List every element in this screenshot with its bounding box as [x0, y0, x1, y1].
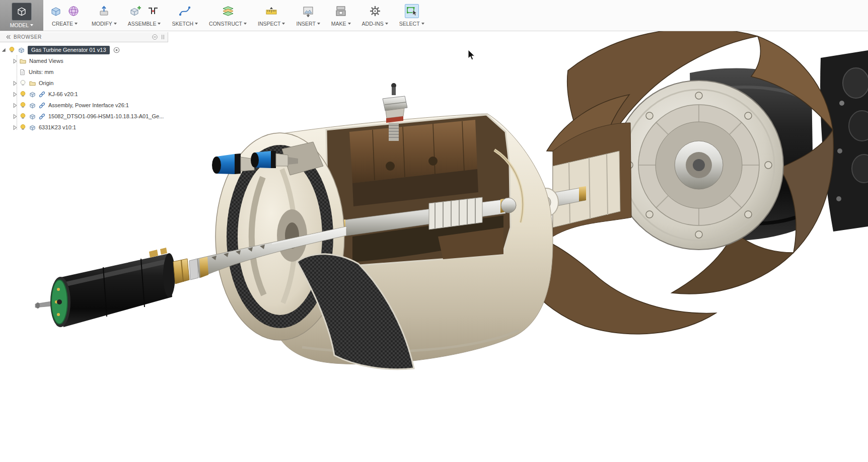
- tree-item-label[interactable]: KJ-66 v20:1: [48, 91, 78, 97]
- chevron-down-icon: [317, 23, 320, 25]
- toolbar: MODEL CREATE MODIFY AS: [0, 0, 868, 31]
- tree-item-label[interactable]: Named Views: [29, 58, 63, 64]
- link-icon: [38, 101, 46, 109]
- visibility-bulb-icon[interactable]: [19, 112, 27, 120]
- tree-item-origin[interactable]: Origin: [0, 78, 168, 89]
- toolbar-group-sketch[interactable]: SKETCH: [166, 0, 203, 31]
- expand-open-icon[interactable]: [0, 46, 8, 54]
- make-label: MAKE: [331, 21, 346, 27]
- tree-item-named-views[interactable]: Named Views: [0, 55, 168, 66]
- chevron-down-icon: [282, 23, 285, 25]
- visibility-bulb-icon[interactable]: [19, 123, 27, 131]
- root-component-label[interactable]: Gas Turbine Generator 01 v13: [28, 46, 110, 54]
- chevron-down-icon: [114, 23, 117, 25]
- tree-item-label[interactable]: 6331K23 v10:1: [39, 124, 76, 130]
- folder-icon: [28, 79, 36, 87]
- tree-item-label[interactable]: Origin: [39, 80, 53, 86]
- construct-label: CONSTRUCT: [209, 21, 242, 27]
- browser-header: BROWSER: [0, 32, 168, 42]
- measure-icon[interactable]: [264, 4, 278, 18]
- link-icon: [38, 112, 46, 120]
- chevron-down-icon: [75, 23, 78, 25]
- workspace-label: MODEL: [10, 22, 29, 28]
- model-workspace-icon: [12, 3, 32, 21]
- new-component-icon[interactable]: [128, 4, 142, 18]
- link-icon: [38, 90, 46, 98]
- component-icon: [28, 112, 36, 120]
- chevron-down-icon: [385, 23, 388, 25]
- toolbar-group-construct[interactable]: CONSTRUCT: [203, 0, 252, 31]
- tree-item-6331k23[interactable]: 6331K23 v10:1: [0, 122, 168, 133]
- expand-collapsed-icon[interactable]: [11, 80, 19, 87]
- sketch-label: SKETCH: [172, 21, 193, 27]
- toolbar-group-inspect[interactable]: INSPECT: [252, 0, 291, 31]
- browser-title: BROWSER: [14, 34, 149, 40]
- insert-label: INSERT: [296, 21, 315, 27]
- chevron-down-icon: [195, 23, 198, 25]
- component-icon: [28, 90, 36, 98]
- expand-collapsed-icon[interactable]: [11, 91, 19, 98]
- make-3dprint-icon[interactable]: [334, 4, 348, 18]
- visibility-bulb-icon[interactable]: [19, 90, 27, 98]
- inspect-label: INSPECT: [258, 21, 281, 27]
- visibility-bulb-off-icon[interactable]: [19, 79, 27, 87]
- browser-tree: Gas Turbine Generator 01 v13 Named Views…: [0, 42, 168, 133]
- tree-item-kj66[interactable]: KJ-66 v20:1: [0, 89, 168, 100]
- bearing-flange[interactable]: [614, 81, 783, 250]
- addins-label: ADD-INS: [362, 21, 384, 27]
- chevron-down-icon: [30, 24, 33, 26]
- toolbar-group-addins[interactable]: ADD-INS: [356, 0, 394, 31]
- select-label: SELECT: [399, 21, 420, 27]
- tree-guide-line: [17, 55, 17, 130]
- press-pull-icon[interactable]: [97, 4, 111, 18]
- toolbar-group-create[interactable]: CREATE: [43, 0, 86, 31]
- panel-grip-icon[interactable]: [161, 34, 165, 40]
- create-box-icon[interactable]: [49, 4, 63, 18]
- display-settings-icon[interactable]: [152, 34, 158, 40]
- component-icon: [28, 123, 36, 131]
- expand-collapsed-icon[interactable]: [11, 57, 19, 65]
- tree-item-label[interactable]: Units: mm: [29, 69, 54, 75]
- chevron-down-icon: [244, 23, 247, 25]
- toolbar-group-insert[interactable]: INSERT: [291, 0, 325, 31]
- browser-panel: BROWSER Gas Turbine Generator 01 v13: [0, 32, 168, 133]
- tree-item-label[interactable]: Assembly, Power Interface v26:1: [48, 102, 129, 108]
- expand-collapsed-icon[interactable]: [11, 124, 19, 131]
- component-icon: [28, 101, 36, 109]
- tree-item-power-interface[interactable]: Assembly, Power Interface v26:1: [0, 100, 168, 111]
- assemble-label: ASSEMBLE: [128, 21, 157, 27]
- tree-item-label[interactable]: 15082_DTSO1-096-HSM1-10.18.13-A01_Ge...: [48, 113, 164, 119]
- expand-collapsed-icon[interactable]: [11, 113, 19, 120]
- create-form-sphere-icon[interactable]: [66, 4, 81, 18]
- toolbar-group-select[interactable]: SELECT: [394, 0, 430, 31]
- insert-canvas-icon[interactable]: [301, 4, 315, 18]
- chevron-down-icon: [348, 23, 351, 25]
- visibility-bulb-icon[interactable]: [19, 101, 27, 109]
- tree-item-root[interactable]: Gas Turbine Generator 01 v13: [0, 44, 168, 55]
- modify-label: MODIFY: [92, 21, 112, 27]
- component-icon: [17, 46, 25, 54]
- collapse-panel-icon[interactable]: [5, 34, 12, 40]
- toolbar-group-make[interactable]: MAKE: [326, 0, 356, 31]
- visibility-bulb-icon[interactable]: [8, 46, 16, 54]
- select-tool-icon[interactable]: [405, 4, 419, 18]
- folder-icon: [19, 57, 27, 65]
- activate-component-radio[interactable]: [113, 46, 121, 54]
- sketch-spline-icon[interactable]: [178, 4, 192, 18]
- gear-icon[interactable]: [368, 4, 382, 18]
- toolbar-group-assemble[interactable]: ASSEMBLE: [122, 0, 167, 31]
- chevron-down-icon: [158, 23, 161, 25]
- workspace-selector[interactable]: MODEL: [0, 0, 43, 31]
- document-icon: [18, 68, 26, 76]
- chevron-down-icon: [421, 23, 424, 25]
- joint-icon[interactable]: [146, 4, 160, 18]
- tree-item-15082[interactable]: 15082_DTSO1-096-HSM1-10.18.13-A01_Ge...: [0, 111, 168, 122]
- construct-plane-icon[interactable]: [221, 4, 235, 18]
- starter-motor[interactable]: [35, 248, 198, 327]
- toolbar-group-modify[interactable]: MODIFY: [86, 0, 122, 31]
- expand-collapsed-icon[interactable]: [11, 102, 19, 109]
- create-label: CREATE: [52, 21, 73, 27]
- tree-item-units[interactable]: Units: mm: [0, 66, 168, 78]
